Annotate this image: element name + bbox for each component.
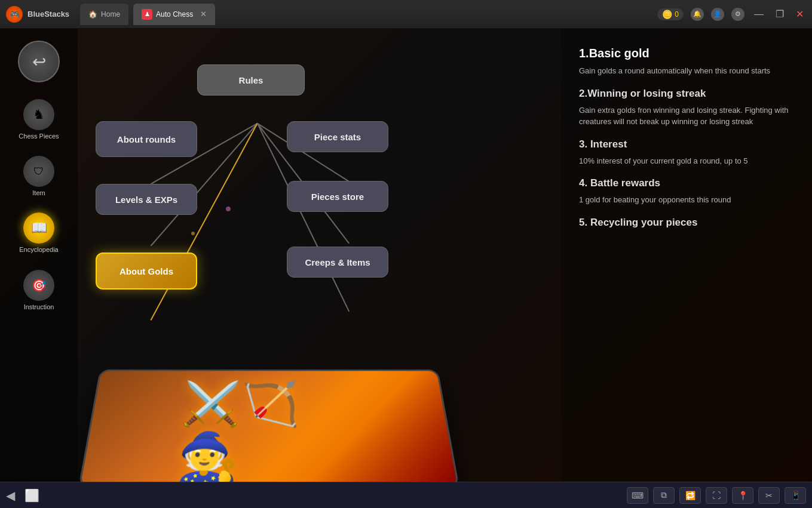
instruction-icon: 🎯 bbox=[32, 278, 47, 293]
decorative-dot-1 bbox=[226, 207, 231, 211]
taskbar-nav: ◀ ⬜ bbox=[6, 488, 39, 503]
chess-icon: ♞ bbox=[33, 107, 45, 122]
chess-pieces-label: Chess Pieces bbox=[19, 133, 59, 140]
tab-close-icon[interactable]: ✕ bbox=[200, 10, 207, 19]
coin-icon: 🪙 bbox=[662, 10, 672, 19]
recycling-title: 5. Recycling your pieces bbox=[579, 217, 794, 229]
taskbar-home-button[interactable]: ⬜ bbox=[24, 488, 39, 503]
section-interest: 3. Interest 10% interest of your current… bbox=[579, 138, 794, 167]
sidebar-item-chess-pieces[interactable]: ♞ Chess Pieces bbox=[0, 94, 78, 145]
node-pieces-store[interactable]: Pieces store bbox=[287, 181, 388, 212]
mindmap-area: Rules About rounds Piece stats Levels & … bbox=[78, 29, 561, 482]
node-levels-exps[interactable]: Levels & EXPs bbox=[96, 184, 197, 215]
title-controls: 🪙 0 🔔 👤 ⚙ — ❐ ✕ bbox=[657, 8, 806, 21]
winning-losing-title: 2.Winning or losing streak bbox=[579, 88, 794, 100]
item-icon: 🛡 bbox=[33, 165, 44, 178]
battle-rewards-title: 4. Battle rewards bbox=[579, 177, 794, 189]
instruction-icon-wrap: 🎯 bbox=[23, 270, 54, 301]
node-piece-stats[interactable]: Piece stats bbox=[287, 121, 388, 152]
interest-body: 10% interest of your current gold a roun… bbox=[579, 155, 794, 167]
back-button[interactable]: ↩ bbox=[18, 41, 60, 82]
settings-icon[interactable]: ⚙ bbox=[731, 8, 744, 21]
interest-title: 3. Interest bbox=[579, 138, 794, 150]
game-tab-icon: ♟ bbox=[142, 9, 152, 20]
right-panel: 1.Basic gold Gain golds a round automati… bbox=[561, 29, 812, 482]
section-recycling: 5. Recycling your pieces bbox=[579, 217, 794, 229]
sidebar-item-item[interactable]: 🛡 Item bbox=[0, 151, 78, 202]
tablet-characters-image: ⚔️🏹🧙 bbox=[174, 379, 363, 482]
item-label: Item bbox=[32, 189, 45, 197]
node-rules[interactable]: Rules bbox=[197, 64, 305, 96]
sidebar-item-instruction[interactable]: 🎯 Instruction bbox=[0, 265, 78, 316]
winning-losing-body: Gain extra golds fron winning and losing… bbox=[579, 104, 794, 128]
sidebar-item-encyclopedia[interactable]: 📖 Encyclopedia bbox=[0, 208, 78, 258]
tab-game[interactable]: ♟ Auto Chess ✕ bbox=[133, 4, 215, 25]
close-button[interactable]: ✕ bbox=[793, 8, 806, 20]
decorative-dot-2 bbox=[191, 232, 195, 235]
restore-button[interactable]: ❐ bbox=[773, 8, 786, 20]
taskbar-back-button[interactable]: ◀ bbox=[6, 488, 15, 503]
basic-gold-body: Gain golds a round automatically when th… bbox=[579, 65, 794, 77]
item-icon-wrap: 🛡 bbox=[23, 156, 54, 187]
node-about-golds[interactable]: About Golds bbox=[96, 253, 197, 290]
node-about-rounds[interactable]: About rounds bbox=[96, 121, 197, 157]
scissors-icon-button[interactable]: ✂ bbox=[758, 487, 780, 504]
brand-name: BlueStacks bbox=[27, 10, 69, 19]
battle-rewards-body: 1 gold for beating your opponents this r… bbox=[579, 194, 794, 206]
notification-icon[interactable]: 🔔 bbox=[691, 8, 704, 21]
instruction-label: Instruction bbox=[24, 303, 54, 311]
section-winning-losing: 2.Winning or losing streak Gain extra go… bbox=[579, 88, 794, 128]
coin-display: 🪙 0 bbox=[657, 8, 684, 20]
bluestacks-logo: 🎮 bbox=[6, 6, 23, 23]
book-icon: 📖 bbox=[31, 220, 47, 236]
taskbar-icons: ⌨ ⧉ 🔁 ⛶ 📍 ✂ 📱 bbox=[627, 487, 806, 504]
node-creeps-items[interactable]: Creeps & Items bbox=[287, 247, 388, 278]
taskbar: ◀ ⬜ ⌨ ⧉ 🔁 ⛶ 📍 ✂ 📱 bbox=[0, 482, 812, 508]
home-icon: 🏠 bbox=[88, 10, 97, 19]
basic-gold-title: 1.Basic gold bbox=[579, 47, 794, 60]
main-area: ↩ ♞ Chess Pieces 🛡 Item 📖 Encyclopedia 🎯 bbox=[0, 29, 812, 482]
user-icon[interactable]: 👤 bbox=[711, 8, 724, 21]
tab-home[interactable]: 🏠 Home bbox=[80, 4, 128, 25]
fullscreen-icon-button[interactable]: ⛶ bbox=[706, 487, 727, 504]
chess-pieces-icon-wrap: ♞ bbox=[23, 99, 54, 130]
section-battle-rewards: 4. Battle rewards 1 gold for beating you… bbox=[579, 177, 794, 206]
multi-instance-icon-button[interactable]: ⧉ bbox=[653, 487, 675, 504]
section-basic-gold: 1.Basic gold Gain golds a round automati… bbox=[579, 47, 794, 77]
sidebar: ↩ ♞ Chess Pieces 🛡 Item 📖 Encyclopedia 🎯 bbox=[0, 29, 78, 482]
keyboard-icon-button[interactable]: ⌨ bbox=[627, 487, 648, 504]
phone-icon-button[interactable]: 📱 bbox=[785, 487, 806, 504]
location-icon-button[interactable]: 📍 bbox=[732, 487, 753, 504]
encyclopedia-label: Encyclopedia bbox=[19, 246, 58, 254]
tablet-screen: ⚔️🏹🧙 bbox=[81, 371, 458, 482]
encyclopedia-icon-wrap: 📖 bbox=[23, 213, 54, 244]
tablet-frame: ⚔️🏹🧙 bbox=[78, 370, 459, 482]
minimize-button[interactable]: — bbox=[752, 9, 766, 20]
title-bar: 🎮 BlueStacks 🏠 Home ♟ Auto Chess ✕ 🪙 0 🔔… bbox=[0, 0, 812, 29]
sync-icon-button[interactable]: 🔁 bbox=[679, 487, 701, 504]
